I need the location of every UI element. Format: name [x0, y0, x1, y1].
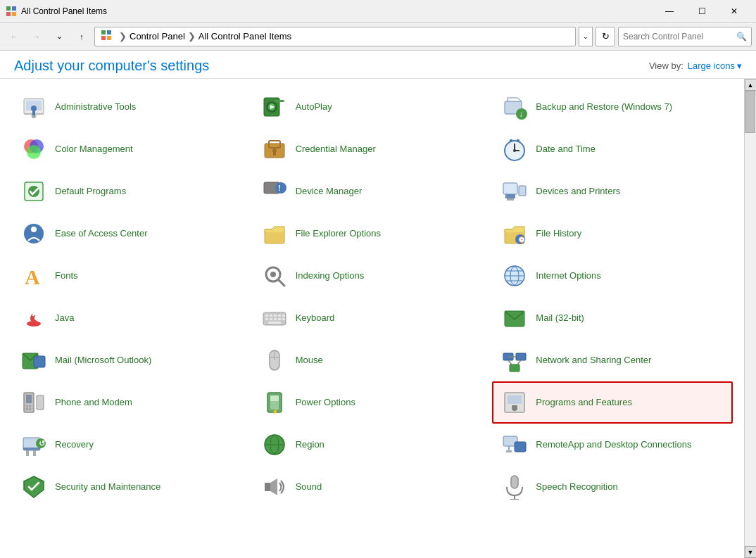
- refresh-button[interactable]: ↻: [596, 27, 615, 46]
- item-indexing[interactable]: Indexing Options: [252, 255, 493, 297]
- item-label-power: Power Options: [296, 397, 355, 409]
- svg-point-38: [275, 182, 286, 194]
- item-internet[interactable]: Internet Options: [492, 255, 733, 297]
- item-credential[interactable]: Credential Manager: [252, 128, 493, 170]
- up-button[interactable]: ↑: [72, 27, 92, 46]
- item-power[interactable]: ⚡Power Options: [252, 381, 493, 424]
- item-label-programs: Programs and Features: [536, 397, 632, 409]
- minimize-button[interactable]: —: [653, 0, 686, 23]
- breadcrumb-sep-1: ❯: [119, 31, 127, 42]
- item-label-keyboard: Keyboard: [296, 312, 335, 324]
- item-label-ease: Ease of Access Center: [55, 228, 148, 240]
- forward-button[interactable]: →: [27, 27, 46, 46]
- item-device-mgr[interactable]: !Device Manager: [252, 170, 493, 213]
- address-dropdown[interactable]: ⌄: [579, 27, 593, 46]
- breadcrumb-all-items[interactable]: All Control Panel Items: [199, 31, 291, 42]
- addressbar: ← → ⌄ ↑ ❯ Control Panel ❯ All Control Pa…: [0, 23, 756, 51]
- item-mail32[interactable]: Mail (32-bit): [492, 297, 733, 339]
- scroll-up-button[interactable]: ▲: [745, 79, 757, 91]
- item-admin-tools[interactable]: Administrative Tools: [11, 86, 252, 128]
- svg-line-52: [278, 279, 284, 286]
- scrollbar: ▲ ▼: [744, 79, 756, 558]
- item-label-backup: Backup and Restore (Windows 7): [536, 101, 672, 113]
- item-phone[interactable]: Phone and Modem: [11, 381, 252, 424]
- svg-rect-43: [507, 198, 514, 201]
- search-input[interactable]: [623, 32, 736, 42]
- close-button[interactable]: ✕: [718, 0, 750, 23]
- item-icon-mail-outlook: [20, 346, 48, 374]
- item-autoplay[interactable]: AutoPlay: [252, 86, 493, 128]
- svg-rect-71: [268, 322, 281, 324]
- address-box[interactable]: ❯ Control Panel ❯ All Control Panel Item…: [94, 27, 576, 46]
- item-sound[interactable]: Sound: [252, 466, 493, 508]
- item-mouse[interactable]: Mouse: [252, 339, 493, 381]
- svg-point-45: [31, 227, 37, 232]
- item-label-mouse: Mouse: [296, 355, 323, 367]
- svg-rect-34: [517, 139, 519, 142]
- viewby-chevron-icon: ▾: [737, 61, 742, 71]
- breadcrumb-control-panel[interactable]: Control Panel: [130, 31, 185, 42]
- back-button[interactable]: ←: [4, 27, 24, 46]
- svg-rect-3: [12, 12, 16, 16]
- item-icon-speech: [500, 473, 529, 501]
- svg-rect-79: [516, 353, 526, 360]
- item-default-prog[interactable]: Default Programs: [11, 170, 252, 213]
- item-icon-network: [500, 346, 529, 374]
- item-icon-keyboard: [260, 304, 289, 332]
- scrollbar-thumb[interactable]: [745, 91, 755, 133]
- item-datetime[interactable]: Date and Time: [492, 128, 733, 170]
- content-wrapper: Administrative ToolsAutoPlay↓Backup and …: [0, 79, 756, 558]
- search-icon: 🔍: [736, 32, 747, 42]
- scrollbar-track: [745, 91, 756, 546]
- svg-text:!: !: [278, 184, 281, 192]
- titlebar-title: All Control Panel Items: [21, 6, 653, 16]
- item-backup[interactable]: ↓Backup and Restore (Windows 7): [492, 86, 733, 128]
- item-label-network: Network and Sharing Center: [536, 355, 651, 367]
- item-ease[interactable]: Ease of Access Center: [11, 213, 252, 255]
- item-recovery[interactable]: ↺Recovery: [11, 424, 252, 466]
- item-label-sound: Sound: [296, 481, 322, 493]
- item-network[interactable]: Network and Sharing Center: [492, 339, 733, 381]
- svg-rect-115: [511, 476, 518, 488]
- item-color-mgmt[interactable]: Color Management: [11, 128, 252, 170]
- item-label-phone: Phone and Modem: [55, 397, 132, 409]
- item-programs[interactable]: Programs and Features: [492, 381, 733, 424]
- item-icon-backup: ↓: [500, 93, 529, 121]
- item-keyboard[interactable]: Keyboard: [252, 297, 493, 339]
- svg-rect-111: [506, 450, 512, 452]
- item-icon-credential: [260, 135, 289, 163]
- item-fonts[interactable]: AFonts: [11, 255, 252, 297]
- item-icon-phone: [20, 388, 48, 417]
- main-area: Adjust your computer's settings View by:…: [0, 51, 756, 558]
- svg-rect-85: [26, 395, 32, 403]
- dropdown-button[interactable]: ⌄: [49, 27, 69, 46]
- item-label-color-mgmt: Color Management: [55, 144, 133, 156]
- item-label-mail32: Mail (32-bit): [536, 312, 584, 324]
- svg-text:⌚: ⌚: [517, 235, 527, 244]
- item-file-exp[interactable]: File Explorer Options: [252, 213, 493, 255]
- viewby-value[interactable]: Large icons ▾: [688, 61, 742, 71]
- item-mail-outlook[interactable]: Mail (Microsoft Outlook): [11, 339, 252, 381]
- viewby-control: View by: Large icons ▾: [649, 61, 742, 71]
- item-remoteapp[interactable]: RemoteApp and Desktop Connections: [492, 424, 733, 466]
- viewby-label: View by:: [649, 61, 683, 71]
- item-devices[interactable]: Devices and Printers: [492, 170, 733, 213]
- maximize-button[interactable]: ☐: [686, 0, 718, 23]
- svg-rect-5: [107, 30, 111, 34]
- item-icon-remoteapp: [500, 431, 529, 459]
- svg-rect-0: [6, 6, 11, 11]
- item-label-region: Region: [296, 439, 325, 451]
- item-speech[interactable]: Speech Recognition: [492, 466, 733, 508]
- item-region[interactable]: Region: [252, 424, 493, 466]
- item-label-device-mgr: Device Manager: [296, 186, 363, 198]
- svg-rect-64: [278, 315, 281, 317]
- scroll-down-button[interactable]: ▼: [745, 546, 757, 558]
- item-java[interactable]: Java: [11, 297, 252, 339]
- item-security[interactable]: Security and Maintenance: [11, 466, 252, 508]
- search-box[interactable]: 🔍: [618, 27, 752, 46]
- svg-rect-18: [275, 100, 284, 102]
- item-file-hist[interactable]: ⌚File History: [492, 213, 733, 255]
- svg-point-24: [27, 145, 41, 159]
- titlebar-buttons: — ☐ ✕: [653, 0, 750, 23]
- item-label-recovery: Recovery: [55, 439, 94, 451]
